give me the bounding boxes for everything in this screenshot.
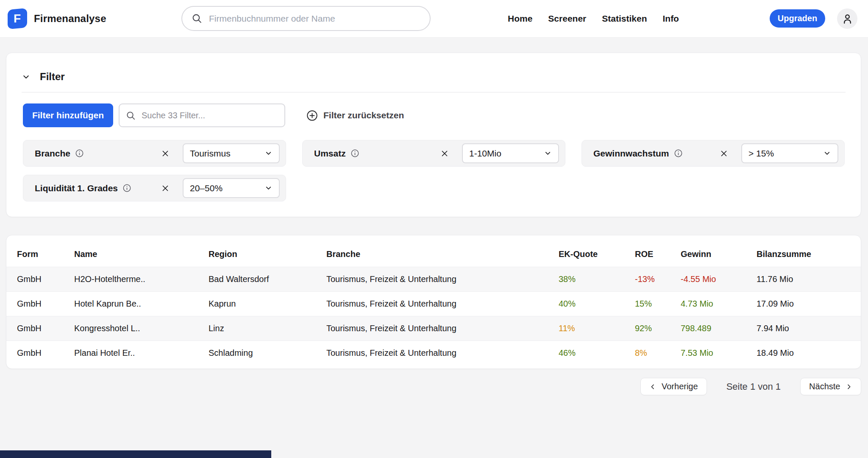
reset-filters-button[interactable]: Filter zurücksetzen xyxy=(306,110,404,121)
filter-value-select[interactable]: Tourismus xyxy=(183,143,280,163)
filter-chip-liquiditaet: Liquidität 1. Grades 20–50% xyxy=(23,175,286,201)
filter-chip-label: Liquidität 1. Grades xyxy=(35,183,118,193)
chevron-down-icon xyxy=(264,184,273,192)
cell-form: GmbH xyxy=(17,299,74,309)
filter-chip-branche: Branche Tourismus xyxy=(23,140,286,167)
cell-gewinn: 4.73 Mio xyxy=(681,299,757,309)
nav-link-statistiken[interactable]: Statistiken xyxy=(602,14,647,24)
filter-value: 20–50% xyxy=(190,183,223,193)
cell-region: Linz xyxy=(209,324,326,333)
avatar[interactable] xyxy=(837,8,857,29)
filter-value: 1-10Mio xyxy=(469,148,501,159)
column-header: ROE xyxy=(635,249,681,259)
cell-form: GmbH xyxy=(17,348,74,358)
upgrade-button[interactable]: Upgraden xyxy=(770,9,825,28)
cell-roe: -13% xyxy=(635,274,681,284)
info-icon[interactable] xyxy=(674,149,683,158)
column-header: Bilanzsumme xyxy=(757,249,861,259)
cell-region: Schladming xyxy=(209,348,326,358)
filter-panel-title: Filter xyxy=(40,71,65,83)
filter-panel-toggle[interactable]: Filter xyxy=(22,71,65,83)
remove-filter-button[interactable] xyxy=(159,182,172,195)
nav-link-home[interactable]: Home xyxy=(508,14,532,24)
filter-controls: Filter hinzufügen Filter zurücksetzen xyxy=(23,103,404,127)
cell-roe: 92% xyxy=(635,324,681,333)
table-row[interactable]: GmbH Hotel Kaprun Be.. Kaprun Tourismus,… xyxy=(6,291,861,316)
close-icon xyxy=(161,149,170,158)
cell-gewinn: 7.53 Mio xyxy=(681,348,757,358)
table-row[interactable]: GmbH Planai Hotel Er.. Schladming Touris… xyxy=(6,341,861,365)
table-row[interactable]: GmbH H2O-Hoteltherme.. Bad Waltersdorf T… xyxy=(6,267,861,291)
navbar: F Firmenanalyse Home Screener Statistike… xyxy=(0,0,868,38)
nav-link-info[interactable]: Info xyxy=(662,14,679,24)
divider xyxy=(22,92,846,92)
cell-bilanzsumme: 7.94 Mio xyxy=(757,324,861,333)
filter-value-select[interactable]: > 15% xyxy=(741,143,838,163)
info-icon[interactable] xyxy=(351,149,359,158)
cell-ek-quote: 11% xyxy=(559,324,635,333)
filter-chip-gewinnwachstum: Gewinnwachstum > 15% xyxy=(581,140,845,167)
filter-search[interactable] xyxy=(119,103,285,127)
info-icon[interactable] xyxy=(75,149,84,158)
cell-roe: 8% xyxy=(635,348,681,358)
remove-filter-button[interactable] xyxy=(159,147,172,160)
nav-links: Home Screener Statistiken Info xyxy=(508,0,679,37)
next-page-button[interactable]: Nächste xyxy=(800,378,861,395)
filter-value-select[interactable]: 20–50% xyxy=(183,178,280,198)
remove-filter-button[interactable] xyxy=(438,147,451,160)
filter-search-input[interactable] xyxy=(141,110,278,121)
brand-logo-icon: F xyxy=(8,8,27,29)
brand[interactable]: F Firmenanalyse xyxy=(8,0,106,37)
column-header: Region xyxy=(209,249,326,259)
search-icon xyxy=(192,13,202,24)
column-header: Branche xyxy=(326,249,559,259)
cell-region: Kaprun xyxy=(209,299,326,309)
cell-form: GmbH xyxy=(17,324,74,333)
filter-value-select[interactable]: 1-10Mio xyxy=(462,143,559,163)
filter-chip-umsatz: Umsatz 1-10Mio xyxy=(302,140,565,167)
column-header: Name xyxy=(74,249,209,259)
nav-link-screener[interactable]: Screener xyxy=(548,14,586,24)
results-table: Form Name Region Branche EK-Quote ROE Ge… xyxy=(6,235,861,369)
chevron-down-icon xyxy=(823,149,831,157)
navbar-search-input[interactable] xyxy=(208,13,420,24)
page-info: Seite 1 von 1 xyxy=(726,381,781,392)
cell-branche: Tourismus, Freizeit & Unterhaltung xyxy=(326,299,559,309)
column-header: Form xyxy=(17,249,74,259)
table-header-row: Form Name Region Branche EK-Quote ROE Ge… xyxy=(6,242,861,267)
remove-filter-button[interactable] xyxy=(718,147,730,160)
next-page-label: Nächste xyxy=(809,382,840,391)
cell-branche: Tourismus, Freizeit & Unterhaltung xyxy=(326,348,559,358)
filter-value: Tourismus xyxy=(190,148,231,159)
filter-chips: Branche Tourismus Umsatz xyxy=(23,140,846,201)
cell-gewinn: 798.489 xyxy=(681,324,757,333)
close-icon xyxy=(161,184,170,193)
cell-branche: Tourismus, Freizeit & Unterhaltung xyxy=(326,324,559,333)
cell-branche: Tourismus, Freizeit & Unterhaltung xyxy=(326,274,559,284)
filter-value: > 15% xyxy=(748,148,774,159)
chevron-down-icon xyxy=(22,73,31,81)
cell-name: Hotel Kaprun Be.. xyxy=(74,299,209,309)
column-header: EK-Quote xyxy=(559,249,635,259)
filter-panel: Filter Filter hinzufügen Filter zurückse… xyxy=(6,53,861,217)
cell-ek-quote: 40% xyxy=(559,299,635,309)
cell-name: Kongresshotel L.. xyxy=(74,324,209,333)
cell-bilanzsumme: 18.49 Mio xyxy=(757,348,861,358)
info-icon[interactable] xyxy=(122,184,131,193)
filter-chip-label: Gewinnwachstum xyxy=(593,148,669,159)
column-header: Gewinn xyxy=(681,249,757,259)
prev-page-button[interactable]: Vorherige xyxy=(640,378,707,395)
chevron-right-icon xyxy=(846,383,852,390)
prev-page-label: Vorherige xyxy=(662,382,698,391)
cell-bilanzsumme: 17.09 Mio xyxy=(757,299,861,309)
navbar-search[interactable] xyxy=(181,6,431,31)
filter-chip-label: Umsatz xyxy=(314,148,346,159)
chevron-down-icon xyxy=(544,149,552,157)
add-filter-button[interactable]: Filter hinzufügen xyxy=(23,103,113,127)
brand-name: Firmenanalyse xyxy=(34,13,106,25)
reset-filters-label: Filter zurücksetzen xyxy=(323,110,404,120)
table-row[interactable]: GmbH Kongresshotel L.. Linz Tourismus, F… xyxy=(6,316,861,341)
close-icon xyxy=(440,149,449,158)
cell-name: Planai Hotel Er.. xyxy=(74,348,209,358)
filter-chip-label: Branche xyxy=(35,148,70,159)
